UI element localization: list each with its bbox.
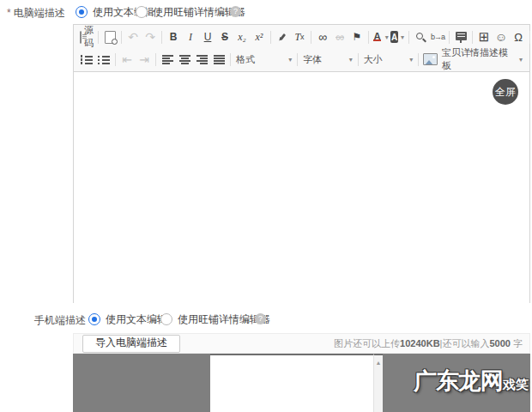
bullet-list-button[interactable] xyxy=(95,51,112,68)
background-color-button[interactable]: A▾ xyxy=(389,28,406,45)
replace-button[interactable]: b→a xyxy=(429,28,446,45)
ordered-list-button[interactable] xyxy=(78,51,95,68)
anchor-flag-icon: ⚑ xyxy=(353,31,362,43)
redo-icon: ↷ xyxy=(145,30,155,44)
underline-icon: U xyxy=(204,31,212,43)
outdent-icon: ⇤ xyxy=(122,52,132,66)
format-painter-button[interactable] xyxy=(274,28,291,45)
page-break-button[interactable] xyxy=(452,28,469,45)
mobile-editor-header: 导入电脑端描述 图片还可以上传10240KB|还可以输入5000 字 xyxy=(73,333,530,354)
unlink-button[interactable]: ∞ xyxy=(331,28,348,45)
redo-button[interactable]: ↷ xyxy=(142,28,159,45)
preview-button[interactable] xyxy=(101,28,118,45)
page-break-icon xyxy=(456,32,467,40)
italic-button[interactable]: I xyxy=(182,28,199,45)
anchor-button[interactable]: ⚑ xyxy=(348,28,366,45)
toolbar-separator xyxy=(449,31,450,44)
text-color-icon: A xyxy=(372,31,383,43)
scroll-up-icon: ▲ xyxy=(376,360,382,366)
radio-label: 使用文本编辑 xyxy=(106,313,167,325)
pc-description-editor: 源码 ↶ ↷ B I U S x₂ x² Tx ∞ ∞ ⚑ A▾ A▾ b→a xyxy=(73,24,530,303)
radio-unselected-icon xyxy=(136,6,148,18)
toolbar-separator xyxy=(358,53,359,66)
undo-button[interactable]: ↶ xyxy=(124,28,142,45)
toolbar-separator xyxy=(98,31,99,44)
toolbar-separator xyxy=(311,31,311,44)
help-icon[interactable]: ? xyxy=(230,6,241,17)
format-dropdown[interactable]: 格式▾ xyxy=(233,53,294,66)
mobile-description-row: 手机端描述 xyxy=(34,313,86,327)
import-pc-description-button[interactable]: 导入电脑端描述 xyxy=(82,335,180,353)
remove-format-button[interactable]: Tx xyxy=(291,28,308,45)
superscript-icon: x² xyxy=(256,31,263,44)
mobile-radio-wangpu-editor[interactable]: 使用旺铺详情编辑器 xyxy=(160,312,270,326)
search-icon xyxy=(415,32,426,43)
subscript-button[interactable]: x₂ xyxy=(233,28,251,45)
chevron-down-icon: ▾ xyxy=(401,33,404,41)
kb-remaining: 10240KB xyxy=(400,338,439,348)
toolbar-separator xyxy=(297,53,298,66)
pc-radio-wangpu-editor[interactable]: 使用旺铺详情编辑器 xyxy=(136,5,245,19)
omega-icon: Ω xyxy=(514,31,523,44)
align-right-icon xyxy=(196,55,208,64)
bold-icon: B xyxy=(170,31,178,43)
indent-button[interactable]: ⇥ xyxy=(136,51,153,68)
align-left-icon xyxy=(162,55,173,64)
text-color-button[interactable]: A▾ xyxy=(372,28,389,45)
upload-limit-hint: 图片还可以上传10240KB|还可以输入5000 字 xyxy=(334,337,523,350)
watermark-sub-text: 戏笑 xyxy=(503,377,529,391)
template-dropdown[interactable]: 宝贝详情描述模板▾ xyxy=(439,46,525,72)
editor-toolbar: 源码 ↶ ↷ B I U S x₂ x² Tx ∞ ∞ ⚑ A▾ A▾ b→a xyxy=(74,25,529,72)
radio-unselected-icon xyxy=(160,313,172,325)
preview-icon xyxy=(105,31,116,44)
toolbar-separator xyxy=(270,31,271,44)
table-icon: ⊞ xyxy=(479,29,490,45)
size-dropdown[interactable]: 大小▾ xyxy=(361,53,415,66)
toolbar-row-2: ⇤ ⇥ 格式▾ 字体▾ 大小▾ 宝贝详情描述模板▾ xyxy=(78,48,525,70)
fullscreen-button[interactable]: 全屏 xyxy=(493,79,518,105)
bold-button[interactable]: B xyxy=(165,28,182,45)
insert-table-button[interactable]: ⊞ xyxy=(475,28,493,45)
chars-remaining: 5000 xyxy=(489,338,510,348)
editor-content-area[interactable]: 全屏 xyxy=(74,72,529,305)
pc-description-row: *电脑端描述 xyxy=(7,6,65,20)
toolbar-row-1: 源码 ↶ ↷ B I U S x₂ x² Tx ∞ ∞ ⚑ A▾ A▾ b→a xyxy=(78,26,525,48)
align-justify-button[interactable] xyxy=(210,51,227,68)
chevron-down-icon: ▾ xyxy=(409,56,413,64)
align-center-icon xyxy=(179,55,190,64)
indent-icon: ⇥ xyxy=(139,52,149,66)
watermark: 广东龙网戏笑 xyxy=(414,366,529,397)
superscript-button[interactable]: x² xyxy=(251,28,268,45)
link-button[interactable]: ∞ xyxy=(314,28,331,45)
underline-button[interactable]: U xyxy=(199,28,216,45)
special-char-button[interactable]: Ω xyxy=(510,28,527,45)
chevron-down-icon: ▾ xyxy=(288,56,292,64)
insert-image-button[interactable] xyxy=(421,51,439,68)
outdent-button[interactable]: ⇤ xyxy=(118,51,136,68)
unlink-icon: ∞ xyxy=(336,30,344,44)
help-icon[interactable]: ? xyxy=(255,313,266,324)
ordered-list-icon xyxy=(81,55,93,64)
background-color-icon: A xyxy=(390,31,398,43)
mobile-radio-text-edit[interactable]: 使用文本编辑 xyxy=(88,312,167,326)
align-right-button[interactable] xyxy=(193,51,210,68)
align-left-button[interactable] xyxy=(159,51,176,68)
mobile-editor-canvas[interactable] xyxy=(210,354,373,412)
align-center-button[interactable] xyxy=(176,51,193,68)
undo-icon: ↶ xyxy=(128,30,138,44)
toolbar-separator xyxy=(161,31,162,44)
find-button[interactable] xyxy=(412,28,429,45)
smiley-button[interactable]: ☺ xyxy=(493,28,510,45)
canvas-scrollbar[interactable]: ▲ xyxy=(373,354,383,412)
subscript-icon: x₂ xyxy=(238,31,246,44)
source-code-button[interactable]: 源码 xyxy=(78,28,95,45)
chevron-down-icon: ▾ xyxy=(519,56,523,64)
font-dropdown[interactable]: 字体▾ xyxy=(300,53,354,66)
toolbar-separator xyxy=(121,31,122,44)
link-icon: ∞ xyxy=(318,30,327,44)
mobile-preview-area: ▲ 广东龙网戏笑 xyxy=(73,354,530,412)
strikethrough-button[interactable]: S xyxy=(216,28,233,45)
mobile-description-label: 手机端描述 xyxy=(34,314,86,326)
toolbar-separator xyxy=(529,31,530,44)
image-icon xyxy=(423,53,438,65)
